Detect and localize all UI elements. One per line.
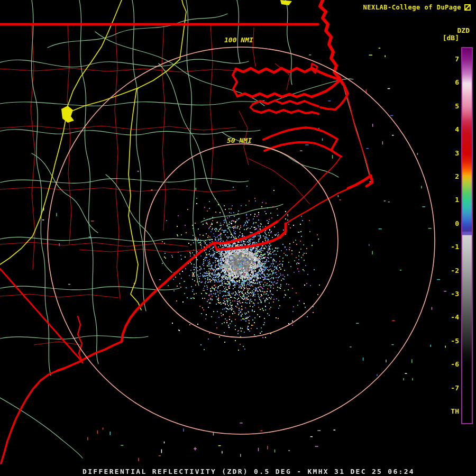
colorbar-tick: 4 [437,126,459,133]
brand-glyph-icon [464,4,471,11]
city-boundary [61,106,74,123]
colorbar-tick: 2 [437,173,459,180]
product-code-label: DZD [457,26,470,34]
colorbar-tick: 5 [437,103,459,110]
radar-display: 100 NMI 50 NMI NEXLAB-College of DuPage … [0,0,476,476]
color-scale-bar [461,47,473,424]
city-boundary-small [280,0,292,5]
colorbar-tick: -7 [437,385,459,392]
colorbar-tick: 0 [437,220,459,227]
colorbar-tick: -3 [437,290,459,298]
basemap: 100 NMI 50 NMI [0,0,476,476]
colorbar-tick: -5 [437,337,459,345]
county-borders [0,24,310,345]
colorbar-tick: 6 [437,79,459,86]
colorbar-tick: -6 [437,361,459,368]
units-label: [dB] [443,34,459,42]
brand-title: NEXLAB-College of DuPage [363,4,461,11]
range-ring-50nmi [144,144,338,337]
range-ring-100nmi [48,47,435,434]
colorbar-tick: -1 [437,243,459,251]
colorbar-tick: TH [437,408,459,415]
colorbar-tick: -4 [437,314,459,321]
colorbar-tick: 3 [437,150,459,157]
product-caption: DIFFERENTIAL REFLECTIVITY (ZDR) 0.5 DEG … [83,468,415,475]
colorbar-tick: 1 [437,196,459,204]
colorbar-tick: 7 [437,56,459,63]
ring-label-50nmi: 50 NMI [227,136,252,144]
ring-label-100nmi: 100 NMI [224,36,253,44]
colorbar-tick: -2 [437,267,459,274]
